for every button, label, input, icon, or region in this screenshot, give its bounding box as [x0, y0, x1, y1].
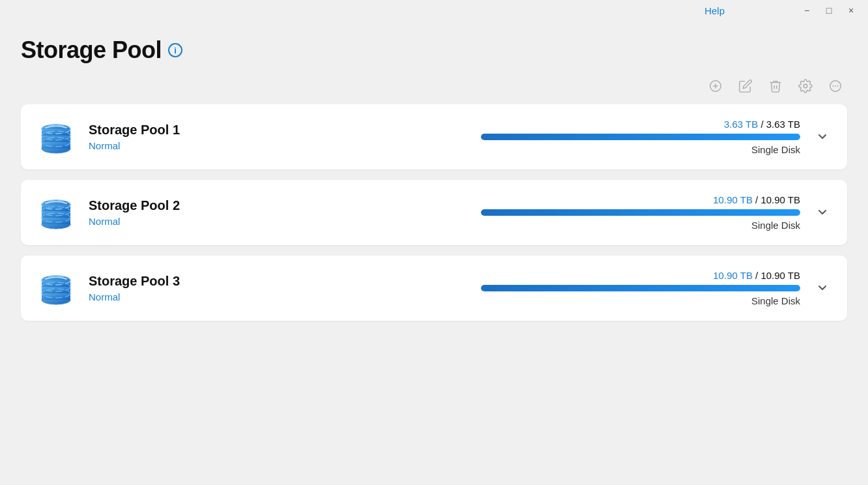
edit-button[interactable]: [736, 77, 755, 95]
title-bar: Help − □ ×: [0, 0, 868, 23]
expand-button[interactable]: [813, 128, 832, 146]
pool-card: Storage Pool 3 Normal 10.90 TB / 10.90 T…: [21, 256, 847, 321]
pool-name: Storage Pool 1: [89, 123, 438, 138]
pool-info: Storage Pool 2 Normal: [89, 198, 438, 227]
minimize-button[interactable]: −: [800, 4, 813, 17]
pool-card: Storage Pool 1 Normal 3.63 TB / 3.63 TB …: [21, 104, 847, 169]
svg-point-3: [803, 84, 807, 88]
main-content: Storage Pool i: [0, 23, 868, 334]
progress-bar-bg: [481, 285, 800, 291]
pool-stats: 10.90 TB / 10.90 TB Single Disk: [451, 270, 800, 306]
pool-name: Storage Pool 2: [89, 198, 438, 213]
pool-status: Normal: [89, 140, 438, 151]
progress-bar-bg: [481, 134, 800, 140]
progress-bar-fill: [481, 285, 800, 291]
progress-bar-fill: [481, 134, 800, 140]
svg-point-5: [832, 85, 833, 87]
progress-bar-fill: [481, 209, 800, 216]
settings-button[interactable]: [796, 77, 815, 95]
svg-point-7: [837, 85, 839, 87]
database-icon: [36, 269, 76, 308]
progress-bar-bg: [481, 209, 800, 216]
pool-status: Normal: [89, 216, 438, 227]
pool-usage-separator: / 3.63 TB: [760, 119, 800, 130]
pool-usage: 10.90 TB / 10.90 TB: [713, 270, 800, 281]
more-button[interactable]: [826, 77, 845, 95]
pool-type: Single Disk: [751, 144, 800, 155]
pool-usage-used: 10.90 TB: [713, 194, 753, 205]
pool-usage-used: 3.63 TB: [724, 119, 758, 130]
toolbar: [21, 77, 847, 95]
close-button[interactable]: ×: [845, 4, 858, 17]
expand-button[interactable]: [813, 279, 832, 297]
svg-point-6: [835, 85, 836, 87]
pool-usage-used: 10.90 TB: [713, 270, 753, 281]
pool-usage-separator: / 10.90 TB: [755, 194, 800, 205]
pool-status: Normal: [89, 291, 438, 302]
pool-info: Storage Pool 1 Normal: [89, 123, 438, 151]
page-title: Storage Pool: [21, 37, 162, 64]
pool-info: Storage Pool 3 Normal: [89, 274, 438, 302]
info-icon[interactable]: i: [168, 43, 182, 57]
pool-card: Storage Pool 2 Normal 10.90 TB / 10.90 T…: [21, 180, 847, 245]
help-link[interactable]: Help: [704, 5, 725, 16]
window-controls: − □ ×: [800, 4, 858, 17]
pool-stats: 10.90 TB / 10.90 TB Single Disk: [451, 194, 800, 231]
database-icon: [36, 193, 76, 232]
maximize-button[interactable]: □: [822, 4, 835, 17]
delete-button[interactable]: [766, 77, 785, 95]
page-title-row: Storage Pool i: [21, 37, 847, 64]
database-icon: [36, 117, 76, 156]
expand-button[interactable]: [813, 203, 832, 222]
pool-type: Single Disk: [751, 220, 800, 231]
add-button[interactable]: [706, 77, 725, 95]
pool-name: Storage Pool 3: [89, 274, 438, 289]
pool-type: Single Disk: [751, 295, 800, 306]
pool-stats: 3.63 TB / 3.63 TB Single Disk: [451, 119, 800, 155]
pool-usage: 3.63 TB / 3.63 TB: [724, 119, 800, 130]
pool-list: Storage Pool 1 Normal 3.63 TB / 3.63 TB …: [21, 104, 847, 321]
pool-usage-separator: / 10.90 TB: [755, 270, 800, 281]
pool-usage: 10.90 TB / 10.90 TB: [713, 194, 800, 205]
